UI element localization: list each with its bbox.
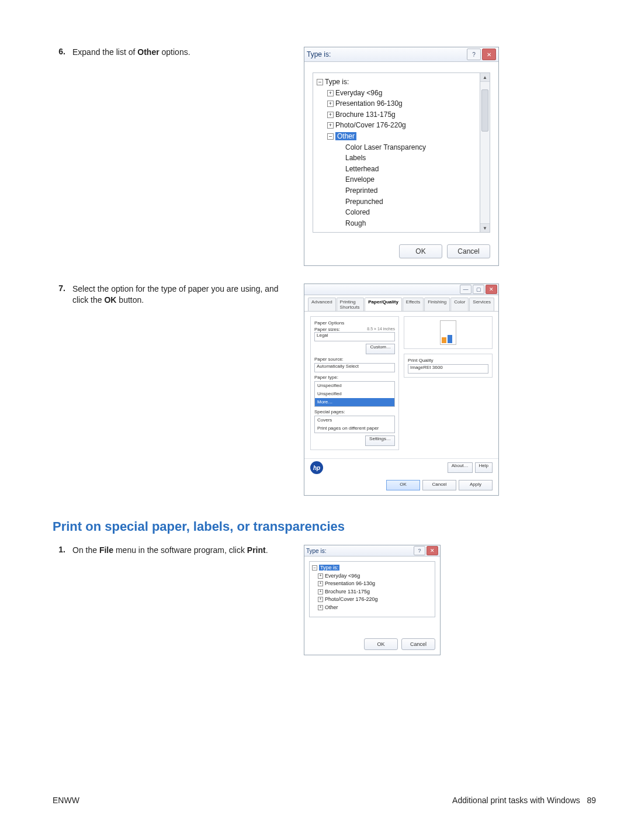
tab-effects[interactable]: Effects: [403, 298, 424, 311]
step-1-number: 1.: [53, 545, 65, 556]
special-pages-label: Special pages:: [314, 409, 395, 414]
print-quality-group: Print Quality ImageREt 3600: [404, 354, 493, 378]
collapse-icon[interactable]: –: [312, 565, 317, 571]
paper-options-label: Paper Options: [314, 320, 395, 326]
minimize-icon[interactable]: —: [460, 285, 471, 294]
close-icon[interactable]: ✕: [427, 546, 438, 555]
dialog-title: Type is:: [307, 50, 331, 58]
special-pages-list[interactable]: Covers Print pages on different paper: [314, 416, 395, 433]
tree-item[interactable]: Envelope: [345, 175, 375, 184]
tab-paper-quality[interactable]: Paper/Quality: [365, 298, 402, 311]
expand-icon[interactable]: +: [318, 589, 323, 594]
expand-icon[interactable]: +: [327, 112, 334, 118]
close-icon[interactable]: ✕: [486, 285, 497, 294]
paper-type-tree-collapsed[interactable]: –Type is: +Everyday <96g +Presentation 9…: [309, 561, 435, 617]
tree-item[interactable]: Letterhead: [345, 165, 379, 173]
paper-type-option[interactable]: Unspecified: [315, 390, 394, 398]
settings-button[interactable]: Settings…: [365, 435, 395, 446]
paper-type-label: Paper type:: [314, 375, 395, 380]
help-button[interactable]: Help: [475, 462, 493, 473]
expand-icon[interactable]: +: [318, 573, 323, 579]
sheet-icon: [440, 320, 456, 345]
cancel-button[interactable]: Cancel: [422, 480, 456, 490]
apply-button[interactable]: Apply: [459, 480, 493, 490]
ok-button[interactable]: OK: [386, 480, 420, 490]
close-icon[interactable]: ✕: [482, 49, 496, 60]
step-6-number: 6.: [53, 47, 65, 58]
tree-item[interactable]: Colored: [345, 208, 370, 216]
tree-item[interactable]: Everyday <96g: [325, 573, 360, 579]
paper-size-hint: 8.5 × 14 inches: [367, 327, 395, 331]
tree-item[interactable]: Rough: [345, 219, 366, 227]
tree-item[interactable]: Photo/Cover 176-220g: [325, 596, 378, 602]
special-pages-row[interactable]: Print pages on different paper: [315, 424, 394, 433]
scroll-up-icon[interactable]: ▲: [480, 73, 490, 82]
tabs-row: Advanced Printing Shortcuts Paper/Qualit…: [304, 295, 498, 312]
tab-color[interactable]: Color: [450, 298, 469, 311]
help-icon[interactable]: ?: [414, 546, 425, 555]
cancel-button[interactable]: Cancel: [401, 638, 435, 650]
tree-root-selected[interactable]: Type is:: [319, 565, 339, 571]
tree-item[interactable]: Prepunched: [345, 198, 383, 206]
expand-icon[interactable]: +: [318, 581, 323, 586]
custom-button[interactable]: Custom…: [366, 344, 395, 354]
footer-right: Additional print tasks with Windows 89: [452, 796, 596, 805]
printing-preferences-dialog: — ▢ ✕ Advanced Printing Shortcuts Paper/…: [304, 284, 499, 496]
paper-type-tree[interactable]: –Type is: +Everyday <96g +Presentation 9…: [313, 72, 480, 233]
paper-source-label: Paper source:: [314, 357, 395, 362]
tab-finishing[interactable]: Finishing: [424, 298, 450, 311]
tab-services[interactable]: Services: [469, 298, 494, 311]
tab-advanced[interactable]: Advanced: [308, 298, 336, 311]
collapse-icon[interactable]: –: [317, 79, 323, 85]
expand-icon[interactable]: +: [327, 122, 334, 129]
step-7-text: Select the option for the type of paper …: [72, 284, 292, 306]
print-quality-label: Print Quality: [408, 358, 488, 363]
paper-source-dropdown[interactable]: Automatically Select: [314, 363, 395, 372]
step-6-text: Expand the list of Other options.: [72, 47, 190, 58]
maximize-icon[interactable]: ▢: [473, 285, 484, 294]
step-6-row: 6. Expand the list of Other options. Typ…: [53, 47, 596, 266]
tree-item[interactable]: Labels: [345, 154, 366, 162]
expand-icon[interactable]: +: [318, 605, 323, 610]
tab-printing-shortcuts[interactable]: Printing Shortcuts: [337, 298, 365, 311]
ok-button[interactable]: OK: [364, 638, 398, 650]
paper-size-dropdown[interactable]: Legal: [314, 332, 395, 341]
step-1-row: 1. On the File menu in the software prog…: [53, 545, 596, 655]
about-button[interactable]: About…: [448, 462, 473, 473]
section-heading: Print on special paper, labels, or trans…: [53, 519, 596, 534]
type-is-dialog-collapsed: Type is: ? ✕ –Type is: +Everyday <96g +P…: [304, 545, 441, 655]
help-icon[interactable]: ?: [467, 49, 481, 60]
tree-item[interactable]: Preprinted: [345, 186, 377, 195]
footer-left: ENWW: [53, 796, 79, 805]
expand-icon[interactable]: +: [327, 101, 334, 107]
tree-item-other-selected[interactable]: Other: [335, 132, 356, 140]
tree-item[interactable]: Brochure 131-175g: [335, 110, 396, 119]
expand-icon[interactable]: +: [327, 90, 334, 96]
tree-item[interactable]: Presentation 96-130g: [335, 99, 403, 108]
hp-logo-icon: hp: [310, 461, 323, 474]
layout-preview: [404, 316, 493, 349]
collapse-icon[interactable]: –: [327, 133, 334, 140]
paper-type-dropdown-open[interactable]: Unspecified Unspecified More…: [314, 381, 395, 407]
type-is-dialog-expanded: Type is: ? ✕ –Type is: +Everyday <96g +P…: [304, 47, 499, 266]
ok-button[interactable]: OK: [399, 244, 442, 258]
tree-item[interactable]: Everyday <96g: [335, 89, 382, 97]
tree-item[interactable]: Brochure 131-175g: [325, 589, 370, 594]
scroll-thumb[interactable]: [481, 89, 488, 132]
tree-item[interactable]: Color Laser Transparency: [345, 143, 426, 151]
tree-item[interactable]: Photo/Cover 176-220g: [335, 121, 406, 129]
step-7-row: 7. Select the option for the type of pap…: [53, 284, 596, 496]
paper-type-option[interactable]: Unspecified: [315, 382, 394, 390]
dialog-title: Type is:: [306, 548, 326, 554]
paper-type-option-more-selected[interactable]: More…: [315, 398, 394, 406]
expand-icon[interactable]: +: [318, 597, 323, 602]
step-1-text: On the File menu in the software program…: [72, 545, 268, 556]
paper-sizes-label: Paper sizes:: [314, 327, 365, 332]
special-pages-row[interactable]: Covers: [315, 416, 394, 424]
cancel-button[interactable]: Cancel: [447, 244, 490, 258]
tree-scrollbar[interactable]: ▲ ▼: [480, 72, 490, 233]
tree-item[interactable]: Presentation 96-130g: [325, 580, 375, 586]
scroll-down-icon[interactable]: ▼: [480, 223, 490, 232]
tree-item[interactable]: Other: [325, 604, 338, 610]
print-quality-dropdown[interactable]: ImageREt 3600: [408, 364, 488, 374]
